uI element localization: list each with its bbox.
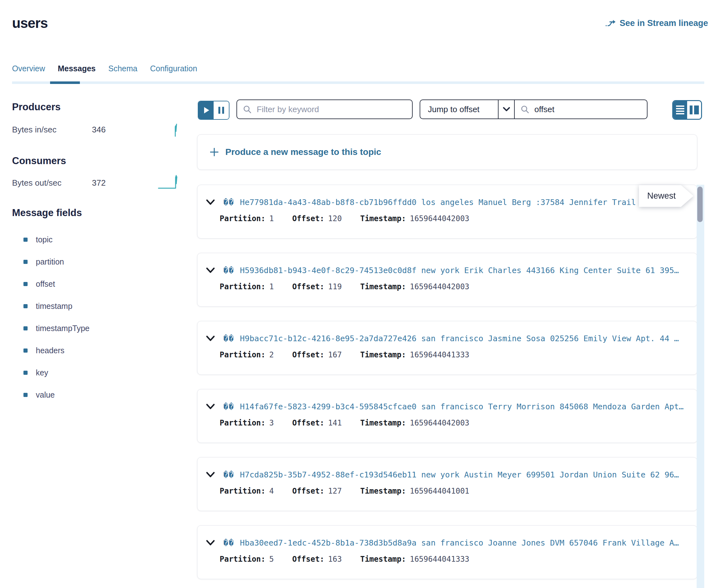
messages-scrollbar-thumb[interactable] — [697, 187, 703, 222]
chevron-down-icon[interactable] — [206, 267, 215, 274]
message-meta: Partition:1 Offset:120 Timestamp:1659644… — [220, 214, 469, 223]
view-mode-toggle — [672, 100, 702, 120]
bullet-icon — [23, 326, 27, 331]
search-icon — [520, 105, 529, 114]
page-title: users — [12, 15, 47, 31]
chevron-down-icon[interactable] — [206, 199, 215, 206]
bytes-in-sparkline — [171, 122, 179, 137]
list-view-button[interactable] — [673, 101, 687, 119]
bytes-out-value: 372 — [92, 178, 106, 188]
chevron-down-icon[interactable] — [206, 335, 215, 342]
bullet-icon — [23, 260, 27, 264]
tab-schema[interactable]: Schema — [108, 64, 138, 76]
filter-input-wrap — [236, 100, 413, 119]
bullet-icon — [23, 371, 27, 375]
stream-lineage-link[interactable]: See in Stream lineage — [605, 18, 708, 28]
play-icon — [204, 107, 209, 113]
message-key: ��He77981da-4a43-48ab-b8f8-cb71b96ffdd0 … — [224, 198, 693, 207]
message-row[interactable]: ��H14fa67fe-5823-4299-b3c4-595845cfcae0 … — [197, 389, 697, 443]
message-key: ��H5936db81-b943-4e0f-8c29-74513e0c0d8f … — [224, 266, 693, 275]
bullet-icon — [23, 393, 27, 397]
field-item-value: value — [23, 390, 55, 399]
bullet-icon — [23, 238, 27, 242]
bytes-in-label: Bytes in/sec — [12, 125, 57, 135]
tab-underline-track — [12, 81, 704, 84]
chevron-down-icon — [502, 106, 511, 112]
jump-to-offset-select[interactable]: Jump to offset — [420, 100, 498, 119]
tab-messages[interactable]: Messages — [58, 64, 96, 76]
lineage-link-label: See in Stream lineage — [620, 18, 708, 28]
chevron-down-icon[interactable] — [206, 471, 215, 478]
chevron-down-icon[interactable] — [206, 403, 215, 410]
message-row[interactable]: ��Hba30eed7-1edc-452b-8b1a-738d3b5d8a9a … — [197, 525, 697, 579]
message-row[interactable]: ��H9bacc71c-b12c-4216-8e95-2a7da727e426 … — [197, 321, 697, 375]
message-key: ��H9bacc71c-b12c-4216-8e95-2a7da727e426 … — [224, 334, 693, 343]
play-button[interactable] — [199, 101, 214, 119]
column-view-button[interactable] — [687, 101, 701, 119]
bytes-out-sparkline — [158, 174, 179, 189]
field-item-partition: partition — [23, 257, 64, 267]
tab-bar: Overview Messages Schema Configuration — [12, 64, 197, 76]
field-item-offset: offset — [23, 279, 55, 289]
select-chevron-button[interactable] — [498, 100, 515, 119]
message-meta: Partition:4 Offset:127 Timestamp:1659644… — [220, 487, 469, 496]
chevron-down-icon[interactable] — [206, 540, 215, 546]
jump-to-offset-control: Jump to offset — [420, 100, 647, 119]
bullet-icon — [23, 349, 27, 353]
message-key: ��H7cda825b-35b7-4952-88ef-c193d546eb11 … — [224, 470, 693, 479]
field-item-topic: topic — [23, 235, 53, 244]
field-item-key: key — [23, 368, 48, 377]
search-icon — [243, 105, 252, 114]
column-view-icon — [690, 105, 693, 114]
bullet-icon — [23, 282, 27, 286]
field-item-timestamp: timestamp — [23, 301, 72, 311]
offset-input[interactable] — [534, 104, 641, 115]
message-key: ��Hba30eed7-1edc-452b-8b1a-738d3b5d8a9a … — [224, 538, 693, 547]
message-key: ��H14fa67fe-5823-4299-b3c4-595845cfcae0 … — [224, 402, 693, 411]
newest-tooltip-label: Newest — [639, 185, 694, 207]
field-item-timestampType: timestampType — [23, 324, 90, 333]
pause-button[interactable] — [214, 101, 229, 119]
list-view-icon — [676, 105, 684, 107]
message-row[interactable]: ��H5936db81-b943-4e0f-8c29-74513e0c0d8f … — [197, 253, 697, 307]
message-meta: Partition:2 Offset:167 Timestamp:1659644… — [220, 350, 469, 359]
lineage-arrow-icon — [605, 19, 616, 28]
tab-underline-active — [50, 81, 80, 84]
tab-overview[interactable]: Overview — [12, 64, 45, 76]
offset-search-wrap — [515, 100, 647, 119]
message-meta: Partition:1 Offset:119 Timestamp:1659644… — [220, 282, 469, 291]
plus-icon — [209, 147, 219, 157]
produce-message-label: Produce a new message to this topic — [225, 147, 381, 157]
producers-heading: Producers — [12, 101, 61, 113]
newest-tooltip: Newest — [639, 185, 694, 207]
bullet-icon — [23, 304, 27, 308]
message-fields-heading: Message fields — [12, 207, 82, 218]
consumers-heading: Consumers — [12, 155, 66, 167]
message-meta: Partition:3 Offset:141 Timestamp:1659644… — [220, 419, 469, 427]
filter-input[interactable] — [256, 104, 406, 115]
bytes-in-value: 346 — [92, 125, 106, 135]
message-row[interactable]: ��H7cda825b-35b7-4952-88ef-c193d546eb11 … — [197, 457, 697, 511]
tab-configuration[interactable]: Configuration — [150, 64, 197, 76]
message-row[interactable]: ��He77981da-4a43-48ab-b8f8-cb71b96ffdd0 … — [197, 185, 697, 238]
produce-message-button[interactable]: Produce a new message to this topic — [197, 134, 697, 170]
live-mode-toggle — [198, 101, 229, 120]
message-meta: Partition:5 Offset:163 Timestamp:1659644… — [220, 555, 469, 564]
pause-icon — [219, 107, 220, 114]
field-item-headers: headers — [23, 346, 64, 355]
messages-scrollbar-track[interactable] — [697, 185, 704, 588]
bytes-out-label: Bytes out/sec — [12, 178, 61, 188]
